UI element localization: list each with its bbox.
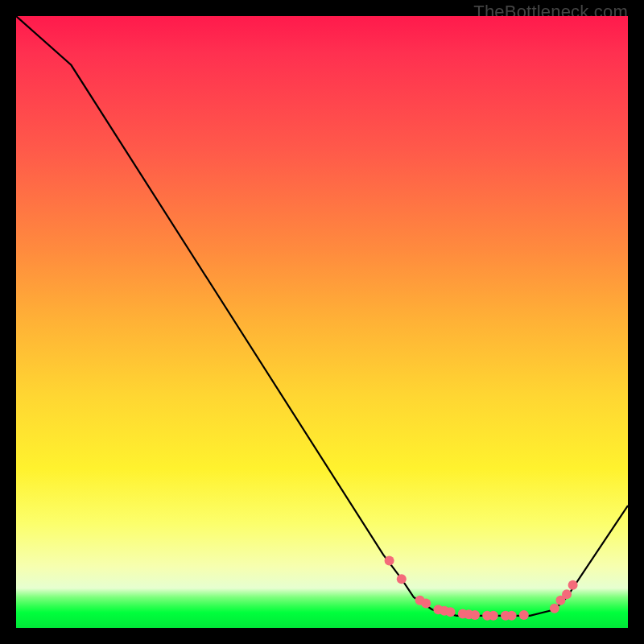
data-marker [519, 610, 529, 620]
data-marker [446, 607, 456, 617]
bottleneck-curve [16, 16, 628, 616]
plot-area [16, 16, 628, 628]
chart-container: TheBottleneck.com [0, 0, 644, 644]
data-marker [489, 611, 498, 621]
data-marker [397, 574, 407, 584]
data-marker [562, 589, 572, 599]
data-marker [385, 555, 394, 565]
data-marker [421, 599, 431, 609]
data-marker [470, 610, 480, 620]
chart-svg [16, 16, 628, 628]
data-marker [568, 580, 578, 590]
data-marker [550, 604, 559, 613]
data-marker [507, 611, 517, 621]
